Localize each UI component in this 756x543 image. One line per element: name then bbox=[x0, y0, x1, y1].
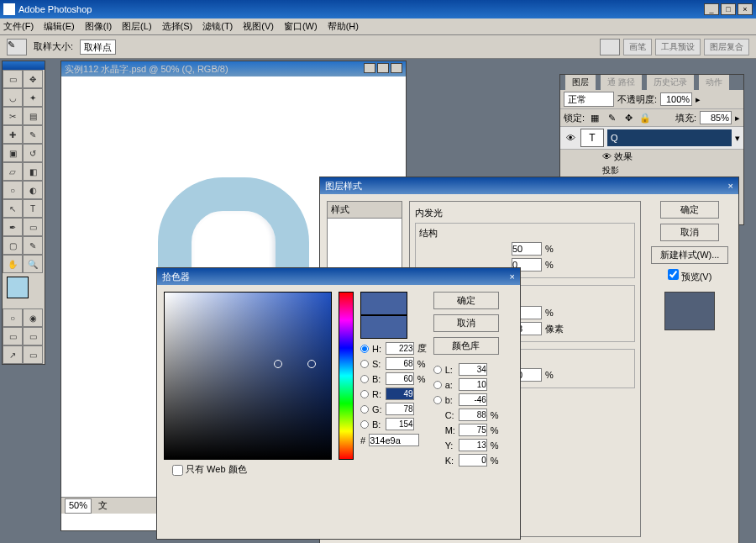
m-input[interactable] bbox=[459, 424, 487, 436]
layer-name[interactable]: Q bbox=[607, 129, 732, 146]
screen-mode-2[interactable]: ▭ bbox=[23, 327, 43, 345]
radio-bv[interactable] bbox=[360, 420, 369, 429]
doc-minimize-button[interactable] bbox=[364, 63, 375, 73]
opacity-arrow-icon[interactable]: ▸ bbox=[696, 94, 701, 105]
l-input[interactable] bbox=[459, 363, 487, 376]
shape-tool[interactable]: ▭ bbox=[23, 218, 43, 236]
lasso-tool[interactable]: ◡ bbox=[3, 88, 23, 107]
brushes-tab[interactable]: 画笔 bbox=[623, 39, 652, 55]
old-color-swatch[interactable] bbox=[360, 315, 407, 339]
opacity-input[interactable] bbox=[660, 92, 692, 106]
ls-ok-button[interactable]: 确定 bbox=[660, 201, 719, 219]
radio-b[interactable] bbox=[360, 375, 369, 383]
tab-history[interactable]: 历史记录 bbox=[647, 75, 694, 90]
lb-input[interactable] bbox=[459, 393, 487, 406]
marquee-tool[interactable]: ▭ bbox=[3, 70, 23, 88]
foreground-color[interactable] bbox=[7, 277, 29, 298]
fill-arrow-icon[interactable]: ▸ bbox=[735, 113, 740, 124]
menu-select[interactable]: 选择(S) bbox=[162, 20, 193, 33]
menu-window[interactable]: 窗口(W) bbox=[284, 20, 318, 33]
brush-tool[interactable]: ✎ bbox=[23, 125, 43, 144]
jump-to[interactable]: ↗ bbox=[3, 345, 23, 364]
history-brush-tool[interactable]: ↺ bbox=[23, 144, 43, 162]
web-only-checkbox[interactable] bbox=[172, 465, 183, 476]
path-tool[interactable]: ↖ bbox=[3, 199, 23, 218]
fx-drop-shadow[interactable]: 投影 bbox=[560, 164, 743, 177]
type-tool[interactable]: T bbox=[23, 199, 43, 218]
screen-mode-3[interactable]: ▭ bbox=[23, 345, 43, 364]
g-input[interactable] bbox=[386, 403, 414, 415]
mark-new[interactable] bbox=[307, 360, 316, 368]
a-input[interactable] bbox=[459, 378, 487, 391]
toolbox-header[interactable] bbox=[3, 61, 45, 70]
heal-tool[interactable]: ✚ bbox=[3, 125, 23, 144]
stamp-tool[interactable]: ▣ bbox=[3, 144, 23, 162]
menu-edit[interactable]: 编辑(E) bbox=[44, 20, 75, 33]
hue-slider[interactable] bbox=[339, 292, 354, 460]
wand-tool[interactable]: ✦ bbox=[23, 88, 43, 107]
b-input[interactable] bbox=[386, 372, 414, 385]
blur-tool[interactable]: ○ bbox=[3, 181, 23, 199]
gradient-tool[interactable]: ◧ bbox=[23, 162, 43, 181]
layer-fx-icon[interactable]: ▾ bbox=[735, 133, 740, 144]
visibility-icon[interactable]: 👁 bbox=[564, 132, 577, 144]
hex-input[interactable] bbox=[369, 434, 419, 446]
tool-presets-tab[interactable]: 工具预设 bbox=[655, 39, 701, 55]
tab-actions[interactable]: 动作 bbox=[699, 75, 729, 90]
menu-file[interactable]: 文件(F) bbox=[3, 20, 34, 33]
standard-mode[interactable]: ◉ bbox=[23, 308, 43, 327]
blend-mode-select[interactable]: 正常 bbox=[564, 92, 614, 107]
menu-help[interactable]: 帮助(H) bbox=[328, 20, 359, 33]
radio-g[interactable] bbox=[360, 405, 369, 414]
minimize-button[interactable]: _ bbox=[704, 3, 719, 15]
menu-filter[interactable]: 滤镜(T) bbox=[202, 20, 233, 33]
screen-mode-1[interactable]: ▭ bbox=[3, 327, 23, 345]
sample-size-select[interactable]: 取样点 bbox=[80, 40, 116, 55]
fill-input[interactable] bbox=[700, 111, 732, 124]
maximize-button[interactable]: □ bbox=[721, 3, 736, 15]
zoom-level[interactable]: 50% bbox=[65, 498, 92, 514]
radio-r[interactable] bbox=[360, 390, 369, 398]
radio-h[interactable] bbox=[360, 345, 369, 353]
eraser-tool[interactable]: ▱ bbox=[3, 162, 23, 181]
move-tool[interactable]: ✥ bbox=[23, 70, 43, 88]
eyedropper-tool[interactable]: ✎ bbox=[23, 236, 43, 255]
crop-tool[interactable]: ✂ bbox=[3, 107, 23, 125]
document-titlebar[interactable]: 实例112 水晶字.psd @ 50% (Q, RGB/8) bbox=[61, 61, 406, 76]
radio-a[interactable] bbox=[433, 381, 442, 389]
layer-style-titlebar[interactable]: 图层样式 × bbox=[320, 177, 738, 194]
s-input[interactable] bbox=[386, 357, 414, 370]
pen-tool[interactable]: ✒ bbox=[3, 218, 23, 236]
visibility-fx-icon[interactable]: 👁 bbox=[602, 151, 612, 161]
layer-comps-tab[interactable]: 图层复合 bbox=[704, 39, 749, 55]
slice-tool[interactable]: ▤ bbox=[23, 107, 43, 125]
menu-image[interactable]: 图像(I) bbox=[85, 20, 112, 33]
layer-thumbnail[interactable]: T bbox=[580, 129, 604, 147]
lock-all-icon[interactable]: 🔒 bbox=[638, 112, 652, 124]
struct-value-1[interactable] bbox=[512, 242, 542, 256]
cp-cancel-button[interactable]: 取消 bbox=[433, 314, 499, 332]
lock-pixels-icon[interactable]: ✎ bbox=[605, 112, 618, 124]
radio-l[interactable] bbox=[433, 366, 442, 374]
hand-tool[interactable]: ✋ bbox=[3, 255, 23, 273]
tab-layers[interactable]: 图层 bbox=[565, 75, 596, 90]
color-swatches[interactable] bbox=[7, 277, 40, 305]
color-field[interactable] bbox=[164, 292, 332, 460]
ls-cancel-button[interactable]: 取消 bbox=[660, 224, 719, 241]
preview-checkbox[interactable] bbox=[668, 269, 679, 280]
menu-view[interactable]: 视图(V) bbox=[243, 20, 274, 33]
y-input[interactable] bbox=[459, 439, 487, 451]
h-input[interactable] bbox=[386, 342, 414, 355]
doc-maximize-button[interactable] bbox=[377, 63, 389, 73]
eyedropper-tool-icon[interactable]: ✎ bbox=[7, 39, 27, 55]
k-input[interactable] bbox=[459, 454, 487, 467]
close-button[interactable]: × bbox=[738, 3, 753, 15]
radio-s[interactable] bbox=[360, 360, 369, 368]
doc-close-button[interactable] bbox=[391, 63, 402, 73]
bv-input[interactable] bbox=[386, 418, 414, 430]
palette-toggle-icon[interactable] bbox=[600, 39, 620, 55]
dodge-tool[interactable]: ◐ bbox=[23, 181, 43, 199]
menu-layer[interactable]: 图层(L) bbox=[122, 20, 151, 33]
cp-close-button[interactable]: × bbox=[510, 272, 515, 282]
ls-close-button[interactable]: × bbox=[728, 181, 733, 191]
